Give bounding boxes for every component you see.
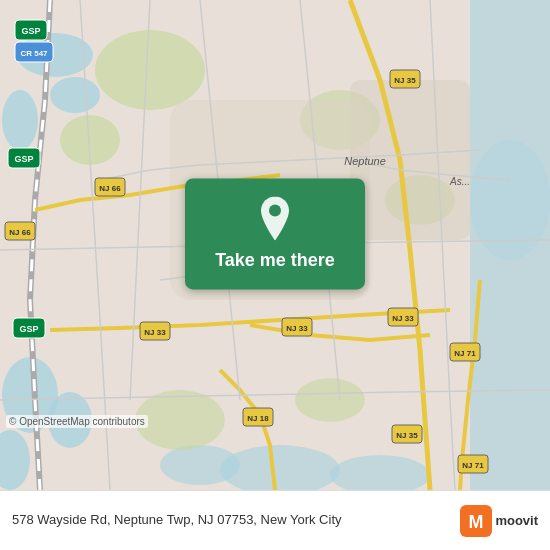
moovit-text: moovit [495, 513, 538, 528]
svg-text:GSP: GSP [21, 26, 40, 36]
take-me-there-label: Take me there [215, 250, 335, 271]
svg-text:Neptune: Neptune [344, 155, 386, 167]
take-me-there-button[interactable]: Take me there [185, 178, 365, 289]
svg-point-3 [50, 77, 100, 113]
svg-text:NJ 18: NJ 18 [247, 414, 269, 423]
moovit-icon: M [460, 505, 492, 537]
svg-point-17 [295, 378, 365, 422]
svg-text:NJ 66: NJ 66 [99, 184, 121, 193]
svg-text:NJ 71: NJ 71 [462, 461, 484, 470]
svg-point-2 [2, 90, 38, 150]
svg-text:M: M [469, 512, 484, 532]
svg-text:NJ 33: NJ 33 [144, 328, 166, 337]
svg-point-50 [269, 204, 281, 216]
svg-point-10 [160, 445, 240, 485]
svg-point-8 [470, 140, 550, 260]
svg-point-16 [135, 390, 225, 450]
svg-text:CR 547: CR 547 [20, 49, 48, 58]
address-text: 578 Wayside Rd, Neptune Twp, NJ 07753, N… [12, 511, 460, 529]
svg-text:NJ 33: NJ 33 [286, 324, 308, 333]
bottom-bar: 578 Wayside Rd, Neptune Twp, NJ 07753, N… [0, 490, 550, 550]
moovit-logo: M moovit [460, 505, 538, 537]
svg-text:NJ 33: NJ 33 [392, 314, 414, 323]
svg-text:NJ 35: NJ 35 [394, 76, 416, 85]
svg-text:NJ 71: NJ 71 [454, 349, 476, 358]
svg-text:GSP: GSP [19, 324, 38, 334]
svg-text:As...: As... [449, 176, 470, 187]
svg-text:NJ 66: NJ 66 [9, 228, 31, 237]
location-pin-icon [257, 196, 293, 240]
map-container: GSP GSP GSP CR 547 NJ 35 NJ 35 NJ 66 NJ … [0, 0, 550, 490]
svg-point-12 [95, 30, 205, 110]
svg-text:NJ 35: NJ 35 [396, 431, 418, 440]
svg-text:GSP: GSP [14, 154, 33, 164]
osm-credit: © OpenStreetMap contributors [6, 415, 148, 428]
